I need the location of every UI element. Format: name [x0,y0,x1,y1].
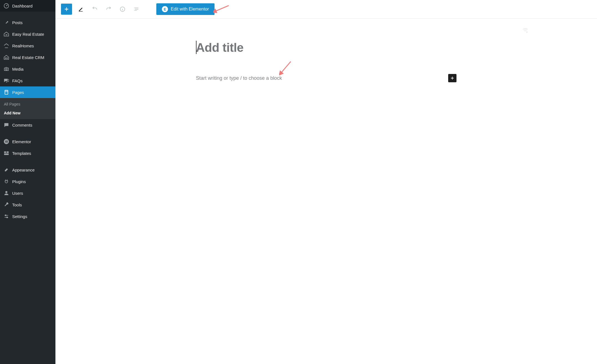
svg-point-17 [7,217,8,218]
page-icon [3,89,9,95]
sidebar-item-tools[interactable]: Tools [0,199,55,211]
svg-point-16 [5,215,6,216]
sidebar-item-comments[interactable]: Comments [0,119,55,131]
comment-icon [3,122,9,128]
sidebar-item-pages[interactable]: Pages [0,86,55,98]
sidebar-item-posts[interactable]: Posts [0,17,55,28]
sidebar-item-label: Posts [12,20,23,25]
sidebar-item-label: Media [12,67,24,71]
sidebar-item-label: Settings [12,214,27,219]
editor-body: Start writing or type / to choose a bloc… [188,19,465,104]
svg-rect-14 [4,153,9,155]
sidebar-item-label: Tools [12,202,22,207]
house-people-icon [3,54,9,60]
sidebar-item-easy-real-estate[interactable]: Easy Real Estate [0,28,55,40]
block-prompt-text[interactable]: Start writing or type / to choose a bloc… [196,75,282,81]
svg-rect-12 [4,152,6,153]
svg-rect-6 [5,90,8,92]
svg-rect-9 [6,140,8,141]
sidebar-item-label: Appearance [12,168,35,172]
page-title-input[interactable] [196,41,456,55]
outline-button[interactable] [131,4,141,14]
sidebar-item-label: Templates [12,151,31,156]
annotation-arrow-icon [279,60,293,75]
sidebar-submenu-pages: All Pages Add New [0,98,55,119]
plug-icon [3,178,9,184]
house-chart-icon [3,31,9,37]
add-block-toolbar-button[interactable] [61,4,72,15]
undo-button[interactable] [90,4,100,14]
sidebar-item-appearance[interactable]: Appearance [0,164,55,176]
svg-rect-8 [5,140,6,142]
main-content: E Edit with Elementor Start writing or t… [55,0,597,364]
sidebar-item-media[interactable]: Media [0,63,55,75]
title-caret-icon [196,41,197,54]
svg-point-4 [6,68,7,70]
camera-icon [3,66,9,72]
add-block-inline-button[interactable] [448,74,456,82]
svg-point-15 [5,191,7,193]
sidebar-item-elementor[interactable]: Elementor [0,136,55,147]
svg-rect-10 [6,141,8,142]
sliders-icon [3,213,9,219]
redo-button[interactable] [104,4,114,14]
elementor-logo-icon: E [162,6,168,12]
user-icon [3,190,9,196]
brush-icon [3,167,9,173]
sidebar-item-label: Comments [12,123,32,127]
house-arrow-icon [3,43,9,49]
block-prompt-row: Start writing or type / to choose a bloc… [196,74,456,82]
sidebar-item-dashboard[interactable]: Dashboard [0,0,55,12]
sidebar-item-real-estate-crm[interactable]: Real Estate CRM [0,52,55,63]
sidebar-item-settings[interactable]: Settings [0,211,55,222]
elementor-icon [3,139,9,145]
sidebar-item-faqs[interactable]: FAQs [0,75,55,86]
sidebar-item-users[interactable]: Users [0,187,55,199]
sidebar-item-label: Plugins [12,179,26,184]
sidebar-item-label: Easy Real Estate [12,32,44,37]
templates-icon [3,150,9,156]
wrench-icon [3,202,9,208]
edit-mode-button[interactable] [76,4,86,14]
pin-icon [3,19,9,25]
sidebar-item-label: Elementor [12,139,31,144]
sidebar-sub-add-new[interactable]: Add New [0,109,55,117]
svg-rect-11 [6,142,8,143]
edit-with-elementor-label: Edit with Elementor [171,7,209,12]
edit-with-elementor-button[interactable]: E Edit with Elementor [156,3,215,15]
info-button[interactable] [118,4,127,14]
sidebar-item-label: Real Estate CRM [12,55,44,60]
connection-status-icon [522,27,529,35]
sidebar-item-plugins[interactable]: Plugins [0,176,55,187]
admin-sidebar: Dashboard Posts Easy Real Estate RealHom… [0,0,55,364]
sidebar-item-label: Users [12,191,23,196]
sidebar-item-label: Dashboard [12,4,32,8]
svg-point-2 [5,58,6,58]
chat-icon [3,78,9,84]
svg-rect-18 [79,11,83,11]
editor-toolbar: E Edit with Elementor [55,0,597,19]
sidebar-item-realhomes[interactable]: RealHomes [0,40,55,52]
svg-point-1 [6,6,7,6]
sidebar-sub-all-pages[interactable]: All Pages [0,100,55,109]
sidebar-item-templates[interactable]: Templates [0,147,55,159]
svg-point-3 [7,58,7,58]
svg-rect-13 [7,152,9,153]
sidebar-item-label: RealHomes [12,43,34,48]
sidebar-item-label: Pages [12,90,24,95]
gauge-icon [3,3,9,9]
sidebar-item-label: FAQs [12,78,23,83]
